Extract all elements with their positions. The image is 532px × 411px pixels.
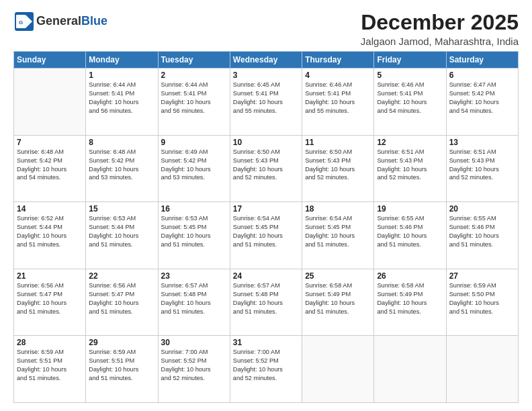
weekday-header-tuesday: Tuesday — [158, 52, 230, 68]
cell-day-number: 9 — [161, 138, 227, 147]
month-title: December 2025 — [361, 11, 519, 34]
cell-day-number: 17 — [233, 204, 299, 214]
calendar-cell: 3Sunrise: 6:45 AM Sunset: 5:41 PM Daylig… — [230, 68, 302, 136]
header: G GeneralBlue December 2025 Jalgaon Jamo… — [13, 11, 519, 47]
cell-info: Sunrise: 6:50 AM Sunset: 5:43 PM Dayligh… — [233, 148, 299, 183]
calendar-cell: 5Sunrise: 6:46 AM Sunset: 5:41 PM Daylig… — [374, 68, 446, 136]
cell-info: Sunrise: 6:51 AM Sunset: 5:43 PM Dayligh… — [449, 148, 515, 183]
cell-day-number: 15 — [89, 204, 154, 214]
weekday-header-monday: Monday — [86, 52, 158, 68]
logo-general-text: GeneralBlue — [36, 14, 107, 28]
cell-day-number: 20 — [449, 204, 515, 214]
cell-info: Sunrise: 6:48 AM Sunset: 5:42 PM Dayligh… — [17, 148, 83, 183]
cell-day-number: 8 — [89, 138, 154, 147]
cell-info: Sunrise: 6:52 AM Sunset: 5:44 PM Dayligh… — [17, 214, 83, 249]
calendar-cell: 29Sunrise: 6:59 AM Sunset: 5:51 PM Dayli… — [86, 336, 158, 403]
page: G GeneralBlue December 2025 Jalgaon Jamo… — [0, 0, 532, 411]
cell-info: Sunrise: 7:00 AM Sunset: 5:52 PM Dayligh… — [233, 348, 299, 383]
cell-day-number: 6 — [449, 71, 515, 80]
svg-text:G: G — [19, 19, 23, 26]
calendar-cell: 15Sunrise: 6:53 AM Sunset: 5:44 PM Dayli… — [86, 202, 158, 269]
cell-info: Sunrise: 6:55 AM Sunset: 5:46 PM Dayligh… — [449, 214, 515, 249]
calendar-cell — [446, 336, 518, 403]
cell-day-number: 4 — [305, 71, 371, 80]
cell-day-number: 26 — [377, 271, 443, 281]
cell-info: Sunrise: 7:00 AM Sunset: 5:52 PM Dayligh… — [161, 348, 227, 383]
weekday-header-friday: Friday — [374, 52, 446, 68]
calendar-cell: 24Sunrise: 6:57 AM Sunset: 5:48 PM Dayli… — [230, 269, 302, 336]
cell-day-number: 14 — [17, 204, 83, 214]
cell-day-number: 11 — [305, 138, 371, 147]
cell-info: Sunrise: 6:59 AM Sunset: 5:50 PM Dayligh… — [449, 281, 515, 316]
cell-day-number: 5 — [377, 71, 443, 80]
weekday-header-saturday: Saturday — [446, 52, 518, 68]
cell-info: Sunrise: 6:53 AM Sunset: 5:44 PM Dayligh… — [89, 214, 154, 249]
cell-day-number: 1 — [89, 71, 154, 80]
calendar-cell: 27Sunrise: 6:59 AM Sunset: 5:50 PM Dayli… — [446, 269, 518, 336]
calendar-cell: 19Sunrise: 6:55 AM Sunset: 5:46 PM Dayli… — [374, 202, 446, 269]
calendar-cell: 22Sunrise: 6:56 AM Sunset: 5:47 PM Dayli… — [86, 269, 158, 336]
calendar-week-row: 14Sunrise: 6:52 AM Sunset: 5:44 PM Dayli… — [14, 202, 519, 269]
calendar-cell: 28Sunrise: 6:59 AM Sunset: 5:51 PM Dayli… — [14, 336, 86, 403]
weekday-header-wednesday: Wednesday — [230, 52, 302, 68]
cell-info: Sunrise: 6:55 AM Sunset: 5:46 PM Dayligh… — [377, 214, 443, 249]
title-block: December 2025 Jalgaon Jamod, Maharashtra… — [361, 11, 519, 47]
calendar-cell: 13Sunrise: 6:51 AM Sunset: 5:43 PM Dayli… — [446, 135, 518, 202]
calendar-cell — [14, 68, 86, 136]
cell-day-number: 2 — [161, 71, 227, 80]
location-title: Jalgaon Jamod, Maharashtra, India — [361, 36, 519, 47]
calendar-cell: 6Sunrise: 6:47 AM Sunset: 5:42 PM Daylig… — [446, 68, 518, 136]
cell-info: Sunrise: 6:57 AM Sunset: 5:48 PM Dayligh… — [161, 281, 227, 316]
calendar-body: 1Sunrise: 6:44 AM Sunset: 5:41 PM Daylig… — [14, 68, 519, 403]
cell-day-number: 12 — [377, 138, 443, 147]
cell-day-number: 29 — [89, 338, 154, 347]
cell-info: Sunrise: 6:44 AM Sunset: 5:41 PM Dayligh… — [89, 81, 154, 116]
cell-day-number: 10 — [233, 138, 299, 147]
cell-day-number: 23 — [161, 271, 227, 281]
cell-info: Sunrise: 6:57 AM Sunset: 5:48 PM Dayligh… — [233, 281, 299, 316]
calendar-cell: 4Sunrise: 6:46 AM Sunset: 5:41 PM Daylig… — [302, 68, 374, 136]
calendar-week-row: 7Sunrise: 6:48 AM Sunset: 5:42 PM Daylig… — [14, 135, 519, 202]
calendar-cell: 30Sunrise: 7:00 AM Sunset: 5:52 PM Dayli… — [158, 336, 230, 403]
cell-day-number: 22 — [89, 271, 154, 281]
cell-info: Sunrise: 6:56 AM Sunset: 5:47 PM Dayligh… — [17, 281, 83, 316]
calendar-cell: 2Sunrise: 6:44 AM Sunset: 5:41 PM Daylig… — [158, 68, 230, 136]
weekday-header-sunday: Sunday — [14, 52, 86, 68]
cell-info: Sunrise: 6:46 AM Sunset: 5:41 PM Dayligh… — [377, 81, 443, 116]
calendar-cell: 7Sunrise: 6:48 AM Sunset: 5:42 PM Daylig… — [14, 135, 86, 202]
cell-info: Sunrise: 6:47 AM Sunset: 5:42 PM Dayligh… — [449, 81, 515, 116]
cell-info: Sunrise: 6:59 AM Sunset: 5:51 PM Dayligh… — [89, 348, 154, 383]
calendar-cell: 21Sunrise: 6:56 AM Sunset: 5:47 PM Dayli… — [14, 269, 86, 336]
calendar-cell: 31Sunrise: 7:00 AM Sunset: 5:52 PM Dayli… — [230, 336, 302, 403]
cell-info: Sunrise: 6:50 AM Sunset: 5:43 PM Dayligh… — [305, 148, 371, 183]
cell-info: Sunrise: 6:44 AM Sunset: 5:41 PM Dayligh… — [161, 81, 227, 116]
cell-day-number: 19 — [377, 204, 443, 214]
cell-day-number: 27 — [449, 271, 515, 281]
calendar-cell: 20Sunrise: 6:55 AM Sunset: 5:46 PM Dayli… — [446, 202, 518, 269]
calendar-cell: 14Sunrise: 6:52 AM Sunset: 5:44 PM Dayli… — [14, 202, 86, 269]
calendar-table: SundayMondayTuesdayWednesdayThursdayFrid… — [13, 51, 519, 403]
calendar-cell: 1Sunrise: 6:44 AM Sunset: 5:41 PM Daylig… — [86, 68, 158, 136]
cell-info: Sunrise: 6:45 AM Sunset: 5:41 PM Dayligh… — [233, 81, 299, 116]
cell-info: Sunrise: 6:54 AM Sunset: 5:45 PM Dayligh… — [305, 214, 371, 249]
cell-day-number: 30 — [161, 338, 227, 347]
cell-day-number: 21 — [17, 271, 83, 281]
calendar-cell: 12Sunrise: 6:51 AM Sunset: 5:43 PM Dayli… — [374, 135, 446, 202]
calendar-cell: 18Sunrise: 6:54 AM Sunset: 5:45 PM Dayli… — [302, 202, 374, 269]
logo: G GeneralBlue — [13, 11, 107, 32]
calendar-cell: 23Sunrise: 6:57 AM Sunset: 5:48 PM Dayli… — [158, 269, 230, 336]
calendar-week-row: 1Sunrise: 6:44 AM Sunset: 5:41 PM Daylig… — [14, 68, 519, 136]
cell-info: Sunrise: 6:54 AM Sunset: 5:45 PM Dayligh… — [233, 214, 299, 249]
calendar-cell — [302, 336, 374, 403]
calendar-week-row: 28Sunrise: 6:59 AM Sunset: 5:51 PM Dayli… — [14, 336, 519, 403]
cell-info: Sunrise: 6:53 AM Sunset: 5:45 PM Dayligh… — [161, 214, 227, 249]
cell-day-number: 7 — [17, 138, 83, 147]
cell-info: Sunrise: 6:48 AM Sunset: 5:42 PM Dayligh… — [89, 148, 154, 183]
calendar-cell — [374, 336, 446, 403]
calendar-cell: 9Sunrise: 6:49 AM Sunset: 5:42 PM Daylig… — [158, 135, 230, 202]
weekday-header-thursday: Thursday — [302, 52, 374, 68]
cell-info: Sunrise: 6:56 AM Sunset: 5:47 PM Dayligh… — [89, 281, 154, 316]
cell-day-number: 24 — [233, 271, 299, 281]
calendar-cell: 11Sunrise: 6:50 AM Sunset: 5:43 PM Dayli… — [302, 135, 374, 202]
logo-icon: G — [13, 11, 35, 32]
